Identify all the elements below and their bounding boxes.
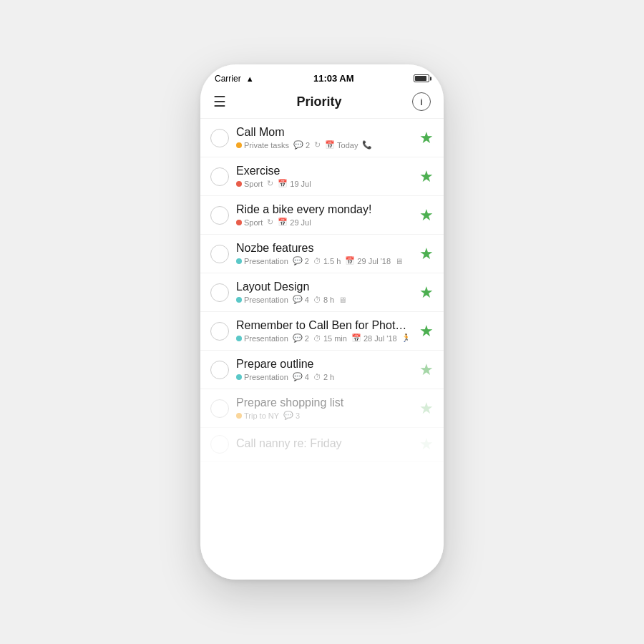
task-tag: Presentation	[236, 373, 288, 381]
task-item[interactable]: Prepare outlinePresentation💬4⏱2 h★	[200, 351, 444, 389]
icon-glyph: ⏱	[313, 373, 321, 381]
task-complete-button[interactable]	[210, 283, 229, 302]
meta-icon: ⏱8 h	[313, 296, 334, 304]
task-complete-button[interactable]	[210, 435, 229, 454]
icon-label: 2 h	[323, 373, 334, 381]
task-complete-button[interactable]	[210, 399, 229, 418]
task-item[interactable]: Prepare shopping listTrip to NY💬3★	[200, 389, 444, 428]
task-title: Call nanny re: Friday	[236, 437, 408, 450]
task-title: Exercise	[236, 165, 408, 177]
carrier-label: Carrier	[215, 74, 241, 84]
battery-indicator	[414, 74, 429, 82]
icon-glyph: 📅	[278, 218, 288, 227]
task-content: Nozbe featuresPresentation💬2⏱1.5 h📅29 Ju…	[236, 242, 408, 265]
wifi-icon: ▲	[246, 74, 254, 83]
icon-label: 4	[305, 373, 309, 381]
star-button[interactable]: ★	[419, 167, 434, 186]
task-complete-button[interactable]	[210, 245, 229, 263]
tag-label: Presentation	[244, 334, 288, 343]
task-complete-button[interactable]	[210, 361, 229, 379]
task-title: Prepare outline	[236, 358, 408, 371]
info-button[interactable]: i	[412, 92, 431, 111]
task-item[interactable]: Call MomPrivate tasks💬2↻📅Today📞★	[200, 119, 444, 157]
task-item[interactable]: Ride a bike every monday!Sport↻📅29 Jul★	[200, 196, 444, 235]
icon-label: 3	[296, 411, 300, 420]
meta-icon: 💬4	[293, 372, 309, 381]
task-title: Layout Design	[236, 280, 408, 293]
task-title: Remember to Call Ben for Photos!	[236, 319, 408, 332]
task-complete-button[interactable]	[210, 322, 229, 341]
icon-label: Today	[337, 141, 358, 150]
star-button[interactable]: ★	[419, 245, 434, 263]
star-button[interactable]: ★	[419, 399, 434, 418]
tag-dot	[236, 220, 242, 225]
task-tag: Presentation	[236, 296, 288, 304]
meta-icon: 🖥	[338, 296, 346, 304]
meta-icon: 💬3	[283, 411, 300, 420]
icon-glyph: 🖥	[338, 296, 346, 304]
task-item[interactable]: Layout DesignPresentation💬4⏱8 h🖥★	[200, 273, 444, 312]
icon-label: 4	[305, 296, 309, 304]
task-tag: Trip to NY	[236, 411, 279, 420]
task-meta: Trip to NY💬3	[236, 411, 408, 420]
task-item[interactable]: Remember to Call Ben for Photos!Presenta…	[200, 312, 444, 351]
task-title: Ride a bike every monday!	[236, 203, 408, 216]
info-icon: i	[420, 97, 423, 107]
tag-label: Presentation	[244, 296, 288, 304]
battery-icon	[414, 74, 429, 82]
star-button[interactable]: ★	[419, 435, 434, 454]
meta-icon: ↻	[267, 179, 273, 188]
tag-dot	[236, 413, 242, 419]
icon-label: 2	[305, 334, 309, 343]
task-tag: Sport	[236, 218, 263, 227]
time-label: 11:03 AM	[313, 73, 354, 84]
meta-icon: ⏱1.5 h	[313, 257, 341, 265]
icon-label: 19 Jul	[290, 180, 311, 188]
star-button[interactable]: ★	[419, 322, 434, 341]
star-button[interactable]: ★	[419, 361, 434, 379]
task-complete-button[interactable]	[210, 129, 229, 147]
icon-label: 29 Jul	[290, 218, 311, 227]
meta-icon: 📅19 Jul	[278, 179, 311, 188]
tag-dot	[236, 297, 242, 303]
star-button[interactable]: ★	[419, 206, 434, 225]
icon-glyph: ⏱	[313, 257, 321, 265]
task-item[interactable]: ExerciseSport↻📅19 Jul★	[200, 157, 444, 196]
hamburger-button[interactable]: ☰	[213, 93, 226, 110]
task-title: Call Mom	[236, 126, 408, 139]
battery-fill	[415, 76, 426, 81]
tag-dot	[236, 336, 242, 341]
icon-glyph: ↻	[267, 218, 273, 227]
task-item[interactable]: Call nanny re: Friday★	[200, 428, 444, 462]
meta-icon: 📅29 Jul '18	[345, 256, 391, 265]
icon-label: 28 Jul '18	[364, 334, 397, 343]
task-title: Prepare shopping list	[236, 396, 408, 409]
task-content: Call MomPrivate tasks💬2↻📅Today📞	[236, 126, 408, 150]
task-meta: Sport↻📅19 Jul	[236, 179, 408, 188]
icon-label: 15 min	[323, 334, 347, 343]
star-button[interactable]: ★	[419, 283, 434, 302]
task-content: Ride a bike every monday!Sport↻📅29 Jul	[236, 203, 408, 227]
tag-label: Presentation	[244, 373, 288, 381]
star-button[interactable]: ★	[419, 129, 434, 147]
icon-glyph: 📅	[278, 179, 288, 188]
task-content: Call nanny re: Friday	[236, 437, 408, 452]
tag-label: Private tasks	[244, 141, 289, 150]
task-meta: Private tasks💬2↻📅Today📞	[236, 140, 408, 150]
icon-glyph: 📞	[362, 140, 372, 150]
task-tag: Presentation	[236, 334, 288, 343]
task-complete-button[interactable]	[210, 167, 229, 186]
meta-icon: 🖥	[395, 257, 403, 265]
icon-label: 8 h	[323, 296, 334, 304]
tag-label: Presentation	[244, 257, 288, 265]
page-title: Priority	[296, 94, 341, 109]
task-content: Remember to Call Ben for Photos!Presenta…	[236, 319, 408, 343]
icon-glyph: 💬	[293, 333, 303, 343]
task-complete-button[interactable]	[210, 206, 229, 225]
task-item[interactable]: Nozbe featuresPresentation💬2⏱1.5 h📅29 Ju…	[200, 235, 444, 273]
meta-icon: ⏱15 min	[313, 334, 347, 343]
meta-icon: 💬2	[293, 140, 310, 150]
tag-dot	[236, 142, 242, 148]
meta-icon: ↻	[267, 218, 273, 227]
meta-icon: 📅28 Jul '18	[351, 333, 397, 343]
